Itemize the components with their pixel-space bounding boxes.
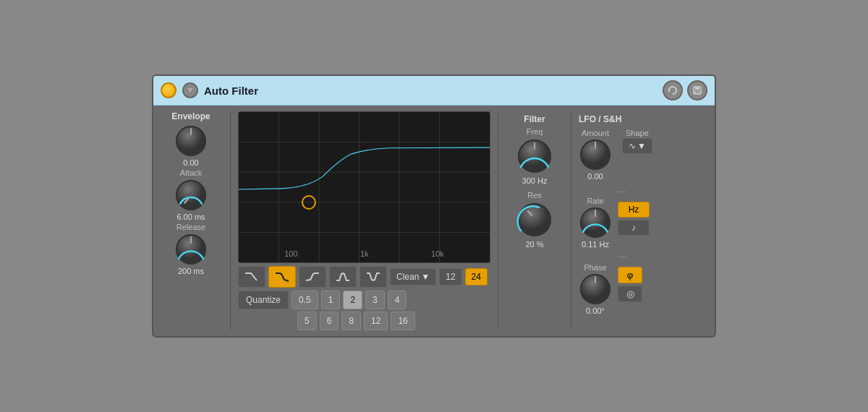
res-knob[interactable] (516, 201, 553, 239)
rate-dash: — (618, 186, 650, 197)
filter-controls: Clean ▼ 12 24 (238, 266, 490, 288)
lfo-section: LFO / S&H Amount 0.00 Shape ∿ (579, 111, 709, 330)
clean-label: Clean (396, 272, 419, 282)
phi-button[interactable]: φ (618, 267, 642, 283)
q-btn-4[interactable]: 4 (388, 291, 407, 309)
filter-notch-button[interactable] (359, 266, 387, 288)
phase-value: 0.00° (586, 306, 605, 315)
eq-curve (239, 112, 490, 199)
arrow-button[interactable] (182, 82, 198, 98)
display-section: 100 1k 10k (238, 111, 490, 330)
filter-hp-button[interactable] (299, 266, 326, 288)
rate-unit-buttons: Hz ♪ (618, 202, 650, 236)
svg-rect-3 (695, 87, 699, 90)
envelope-knob-value: 0.00 (183, 158, 198, 167)
freq-value: 300 Hz (522, 176, 548, 185)
rate-knob-container: Rate 0.11 Hz (579, 197, 612, 249)
filter-lp1-button[interactable] (238, 266, 265, 288)
slope-24-button[interactable]: 24 (465, 268, 488, 286)
envelope-section: Envelope 0.00 Attack (159, 111, 223, 330)
eye-button[interactable]: ◎ (618, 286, 642, 302)
shape-button[interactable]: ∿ ▼ (622, 138, 652, 154)
svg-rect-4 (695, 91, 699, 93)
freq-label-10k: 10k (431, 249, 444, 258)
svg-point-9 (176, 181, 205, 210)
eq-display[interactable]: 100 1k 10k (238, 111, 490, 263)
res-label: Res (527, 191, 542, 199)
release-value: 200 ms (178, 267, 204, 275)
envelope-knob-container: 0.00 (174, 124, 208, 167)
release-label: Release (176, 223, 205, 231)
quantize-row-2: 5 6 8 12 16 (238, 312, 490, 330)
save-icon-button[interactable] (687, 80, 707, 100)
note-button[interactable]: ♪ (618, 220, 650, 236)
quantize-section: Quantize 0.5 1 2 3 4 5 6 8 12 16 (238, 291, 490, 330)
filter-freq-section: Filter Freq 300 Hz Res 20 % (506, 111, 563, 330)
eq-freq-labels: 100 1k 10k (239, 249, 490, 258)
envelope-label: Envelope (171, 111, 210, 121)
freq-knob[interactable] (516, 137, 553, 175)
filter-section-label: Filter (524, 114, 545, 124)
q-btn-2[interactable]: 2 (343, 291, 362, 309)
amount-label: Amount (582, 129, 609, 137)
clean-dropdown[interactable]: Clean ▼ (390, 268, 436, 286)
rate-value: 0.11 Hz (582, 240, 609, 249)
amount-knob[interactable] (579, 138, 612, 171)
quantize-button[interactable]: Quantize (238, 291, 289, 309)
res-value: 20 % (525, 240, 543, 249)
freq-label-100: 100 (284, 249, 297, 258)
power-button[interactable] (161, 82, 176, 98)
phase-dash: — (618, 252, 642, 262)
shape-arrow: ▼ (637, 141, 646, 151)
envelope-knob[interactable] (174, 124, 208, 158)
quantize-row-1: Quantize 0.5 1 2 3 4 (238, 291, 490, 309)
phase-icon-buttons: φ ◎ (618, 267, 642, 302)
divider-2 (498, 111, 498, 330)
rate-knob[interactable] (579, 206, 612, 239)
phase-knob[interactable] (579, 272, 612, 306)
divider-1 (230, 111, 231, 330)
main-content: Envelope 0.00 Attack (153, 106, 715, 336)
title-bar: Auto Filter (153, 76, 715, 106)
amount-knob-container: Amount 0.00 (579, 129, 612, 181)
release-knob[interactable] (174, 233, 208, 266)
filter-handle[interactable] (302, 195, 316, 210)
plugin-title: Auto Filter (204, 85, 657, 97)
hz-button[interactable]: Hz (618, 202, 650, 218)
q-btn-12[interactable]: 12 (364, 312, 388, 330)
divider-3 (571, 111, 571, 330)
refresh-icon-button[interactable] (663, 80, 683, 100)
attack-knob-container: 6.00 ms (174, 179, 208, 221)
freq-label: Freq (527, 127, 543, 136)
phase-label: Phase (584, 263, 606, 272)
title-icons (663, 80, 707, 100)
slope-12-button[interactable]: 12 (439, 268, 461, 286)
rate-label: Rate (587, 197, 603, 205)
q-btn-1[interactable]: 1 (321, 291, 341, 309)
svg-marker-0 (187, 88, 193, 93)
filter-lp2-button[interactable] (268, 266, 296, 288)
q-btn-3[interactable]: 3 (365, 291, 385, 309)
clean-dropdown-arrow: ▼ (421, 272, 430, 282)
phase-knob-container: Phase 0.00° (579, 263, 612, 315)
shape-symbol: ∿ (629, 141, 636, 151)
q-btn-6[interactable]: 6 (320, 312, 339, 330)
q-btn-5[interactable]: 5 (297, 312, 317, 330)
lfo-header: LFO / S&H (579, 114, 709, 124)
plugin-window: Auto Filter Envelope 0 (152, 74, 716, 338)
attack-knob[interactable] (174, 179, 208, 212)
q-btn-16[interactable]: 16 (391, 312, 414, 330)
filter-bp-button[interactable] (329, 266, 357, 288)
release-knob-container: 200 ms (174, 233, 208, 275)
freq-label-1k: 1k (360, 249, 369, 258)
attack-label: Attack (180, 168, 203, 177)
amount-value: 0.00 (587, 172, 603, 181)
attack-value: 6.00 ms (176, 213, 205, 221)
q-btn-8[interactable]: 8 (341, 312, 361, 330)
shape-container: Shape ∿ ▼ (622, 129, 652, 154)
shape-label: Shape (626, 129, 649, 137)
q-btn-05[interactable]: 0.5 (292, 291, 318, 309)
